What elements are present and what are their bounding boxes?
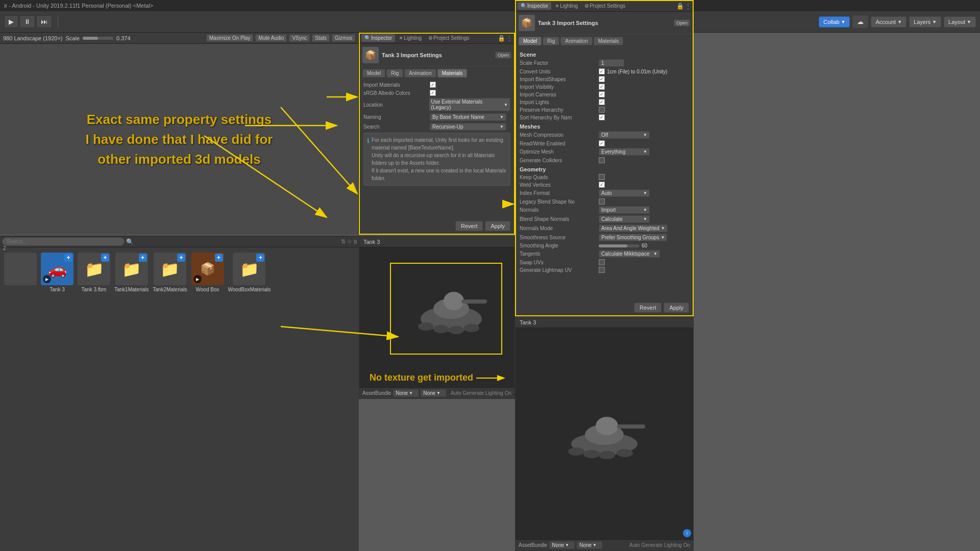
list-item[interactable]: 🚗 + ▶ Tank 3: [41, 253, 74, 292]
legacy-blend-checkbox[interactable]: [599, 198, 605, 205]
more-icon-right[interactable]: ⋮: [685, 3, 691, 10]
more-icon-left[interactable]: ⋮: [506, 35, 512, 42]
location-dropdown[interactable]: Use External Materials (Legacy) ▼: [429, 98, 510, 111]
asset-sort-icon[interactable]: ⇅: [341, 238, 346, 245]
swap-uvs-checkbox[interactable]: [599, 259, 605, 265]
panel-controls-left: 🔒 ⋮: [498, 35, 512, 42]
mute-audio[interactable]: Mute Audio: [255, 34, 287, 42]
ab-none1-right[interactable]: None ▼: [549, 541, 575, 549]
scale-factor-input[interactable]: [599, 59, 624, 67]
ab-none2-right[interactable]: None ▼: [577, 541, 602, 549]
tab-lighting-left[interactable]: ☀ Lighting: [396, 34, 425, 42]
index-format-dropdown[interactable]: Auto ▼: [599, 189, 650, 197]
list-item[interactable]: 📦 + ▶ Wood Box: [191, 253, 224, 292]
normals-dropdown[interactable]: Import ▼: [599, 206, 650, 214]
model-tab-left[interactable]: Model: [362, 69, 385, 78]
asset-star-icon[interactable]: ☆: [347, 238, 352, 245]
pause-button[interactable]: ⏸: [19, 15, 35, 28]
optimize-mesh-dropdown[interactable]: Everything ▼: [599, 148, 650, 156]
woodbox-icon[interactable]: 📦 + ▶: [191, 253, 224, 285]
tank3fbm-icon[interactable]: 📁 +: [78, 253, 110, 285]
vsync-button[interactable]: VSync: [289, 34, 310, 42]
layers-button[interactable]: Layers ▼: [909, 16, 941, 28]
import-visibility-row: Import Visibility ✓: [520, 84, 689, 90]
plus-icon-woodboxmat[interactable]: +: [256, 254, 264, 262]
sort-hierarchy-checkbox[interactable]: ✓: [599, 114, 605, 120]
materials-tab-right[interactable]: Materials: [594, 37, 624, 45]
gizmos-button[interactable]: Gizmos: [332, 34, 355, 42]
tab-lighting-right[interactable]: ☀ Lighting: [552, 2, 581, 10]
lock-icon-left[interactable]: 🔒: [498, 35, 505, 42]
revert-button-right[interactable]: Revert: [634, 303, 662, 313]
smoothing-angle-slider[interactable]: [599, 244, 640, 247]
open-button-left[interactable]: Open: [495, 52, 511, 59]
preserve-hierarchy-checkbox[interactable]: [599, 107, 605, 113]
list-item[interactable]: 📁 + Tank 3.fbm: [78, 253, 110, 292]
inspector-icon-right: 🔍: [521, 3, 527, 9]
generate-lightmap-checkbox[interactable]: [599, 267, 605, 273]
list-item[interactable]: 📁 + Tank1Materials: [114, 253, 149, 292]
tank3-icon[interactable]: 🚗 + ▶: [41, 253, 74, 285]
weld-vertices-checkbox[interactable]: ✓: [599, 182, 605, 188]
srgb-checkbox[interactable]: ✓: [430, 90, 436, 96]
search-dropdown[interactable]: Recursive-Up ▼: [430, 123, 506, 131]
open-button-right[interactable]: Open: [674, 19, 690, 27]
normals-mode-dropdown[interactable]: Area And Angle Weighted ▼: [599, 224, 668, 232]
tank2mat-icon[interactable]: 📁 +: [154, 253, 186, 285]
plus-icon-tank2mat[interactable]: +: [177, 254, 185, 262]
layout-button[interactable]: Layout ▼: [944, 16, 976, 28]
plus-icon-woodbox[interactable]: +: [215, 254, 223, 262]
import-blendshapes-checkbox[interactable]: ✓: [599, 76, 605, 82]
blend-normals-dropdown[interactable]: Calculate ▼: [599, 215, 650, 223]
collab-button[interactable]: Collab ▼: [819, 16, 850, 28]
animation-tab-left[interactable]: Animation: [404, 69, 436, 78]
scale-slider[interactable]: [83, 37, 113, 40]
model-tab-right[interactable]: Model: [519, 37, 542, 45]
tank1mat-icon[interactable]: 📁 +: [115, 253, 148, 285]
asset-filter-icon[interactable]: 🔍: [126, 238, 134, 245]
tab-inspector-left[interactable]: 🔍 Inspector: [361, 34, 395, 42]
play-button[interactable]: ▶: [4, 15, 18, 28]
keep-quads-checkbox[interactable]: [599, 174, 605, 180]
ab-none2-left[interactable]: None ▼: [421, 389, 446, 397]
apply-button-right[interactable]: Apply: [664, 303, 689, 313]
plus-icon-tank1mat[interactable]: +: [139, 254, 147, 262]
lock-icon-right[interactable]: 🔒: [676, 3, 684, 10]
asset-search-input[interactable]: [2, 237, 125, 246]
play-icon-woodbox[interactable]: ▶: [193, 275, 202, 283]
account-button[interactable]: Account ▼: [871, 16, 906, 28]
list-item[interactable]: 📁 + WoodBoxMaterials: [228, 253, 271, 292]
import-cameras-checkbox[interactable]: ✓: [599, 91, 605, 97]
list-item[interactable]: 📁 + Tank2Materials: [153, 253, 187, 292]
naming-dropdown[interactable]: By Base Texture Name ▼: [430, 113, 506, 121]
import-blendshapes-label: Import BlendShapes: [520, 77, 599, 82]
import-lights-checkbox[interactable]: ✓: [599, 99, 605, 105]
generate-colliders-checkbox[interactable]: [599, 157, 605, 163]
materials-tab-left[interactable]: Materials: [437, 69, 468, 78]
import-materials-checkbox[interactable]: ✓: [430, 82, 436, 88]
rig-tab-left[interactable]: Rig: [386, 69, 403, 78]
tangents-dropdown[interactable]: Calculate Mikktspace ▼: [599, 250, 660, 258]
preview-info-btn-right[interactable]: i: [683, 529, 691, 537]
step-button[interactable]: ⏭: [36, 15, 52, 28]
smoothness-source-dropdown[interactable]: Prefer Smoothing Groups ▼: [599, 234, 667, 241]
woodboxmat-icon[interactable]: 📁 +: [233, 253, 265, 285]
plus-icon-tank3fbm[interactable]: +: [101, 254, 109, 262]
convert-units-checkbox[interactable]: ✓: [599, 68, 605, 74]
read-write-checkbox[interactable]: ✓: [599, 140, 605, 146]
mesh-compression-dropdown[interactable]: Off ▼: [599, 131, 650, 139]
plus-icon-tank3[interactable]: +: [64, 254, 72, 262]
ab-none1-left[interactable]: None ▼: [393, 389, 419, 397]
maximize-on-play[interactable]: Maximize On Play: [206, 34, 254, 42]
import-visibility-checkbox[interactable]: ✓: [599, 84, 605, 90]
stats-button[interactable]: Stats: [312, 34, 330, 42]
rig-tab-right[interactable]: Rig: [543, 37, 559, 45]
play-icon-tank3[interactable]: ▶: [43, 275, 51, 283]
tab-project-left[interactable]: ⚙ Project Settings: [425, 34, 472, 42]
animation-tab-right[interactable]: Animation: [560, 37, 592, 45]
revert-button-left[interactable]: Revert: [455, 221, 483, 231]
tab-project-right[interactable]: ⚙ Project Settings: [581, 2, 628, 10]
tab-inspector-right[interactable]: 🔍 Inspector: [518, 2, 551, 10]
cloud-button[interactable]: ☁: [852, 15, 868, 28]
apply-button-left[interactable]: Apply: [485, 221, 510, 231]
